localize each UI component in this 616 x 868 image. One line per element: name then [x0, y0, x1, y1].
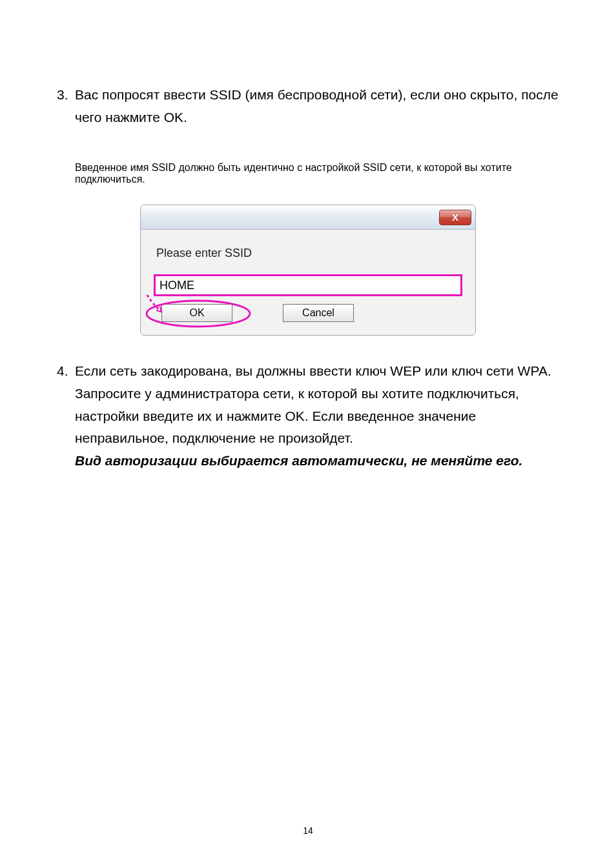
step-3-number: 3.	[57, 84, 75, 145]
ssid-prompt-label: Please enter SSID	[154, 247, 462, 260]
dialog-titlebar: X	[141, 205, 475, 230]
step-3-text-a: Вас попросят ввести SSID (имя беспроводн…	[75, 84, 559, 128]
step-4: 4. Если сеть закодирована, вы должны вве…	[57, 360, 559, 472]
dialog-body: Please enter SSID OK Cancel	[141, 230, 475, 335]
dialog-button-row: OK Cancel	[154, 304, 462, 322]
step-4-text: Если сеть закодирована, вы должны ввести…	[75, 363, 551, 445]
dialog-container: X Please enter SSID OK Cancel	[57, 205, 559, 336]
step-4-content: Если сеть закодирована, вы должны ввести…	[75, 360, 559, 472]
cancel-button[interactable]: Cancel	[283, 304, 354, 322]
close-button[interactable]: X	[439, 210, 471, 225]
page-number: 14	[0, 825, 616, 836]
step-3-content: Вас попросят ввести SSID (имя беспроводн…	[75, 84, 559, 145]
ok-button-wrap: OK	[161, 304, 232, 322]
step-3-text-b: Введенное имя SSID должно быть идентично…	[57, 162, 559, 185]
step-4-number: 4.	[57, 360, 75, 472]
close-icon: X	[452, 212, 458, 223]
step-3: 3. Вас попросят ввести SSID (имя беспров…	[57, 84, 559, 145]
step-4-note: Вид авторизации выбирается автоматически…	[75, 453, 522, 468]
ssid-dialog: X Please enter SSID OK Cancel	[140, 205, 476, 336]
arrow-icon	[145, 292, 173, 318]
ssid-input[interactable]	[154, 274, 462, 296]
